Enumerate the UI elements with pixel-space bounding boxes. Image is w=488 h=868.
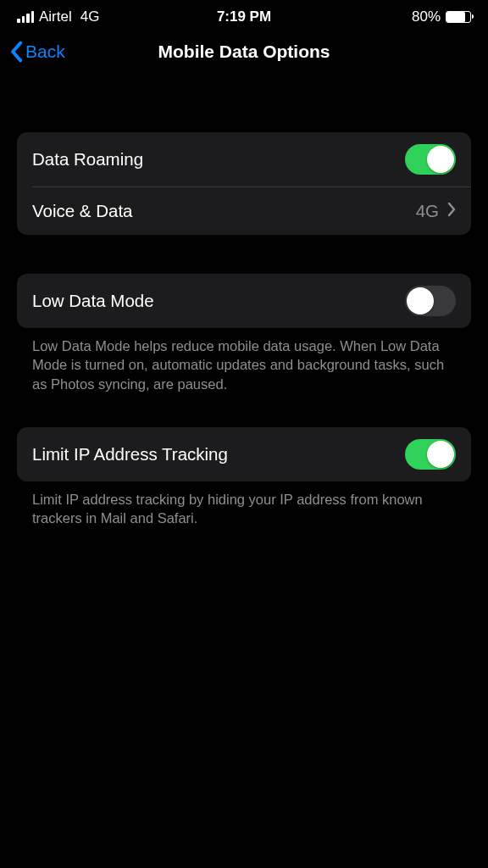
- status-bar: Airtel 4G 7:19 PM 80%: [0, 0, 488, 31]
- battery-icon: [446, 11, 471, 23]
- section-low-data: Low Data Mode: [17, 274, 471, 328]
- limit-ip-label: Limit IP Address Tracking: [32, 444, 228, 465]
- row-data-roaming: Data Roaming: [17, 132, 471, 186]
- status-left: Airtel 4G: [17, 8, 99, 25]
- content: Data Roaming Voice & Data 4G Low Data Mo…: [0, 132, 488, 527]
- back-label: Back: [25, 42, 65, 62]
- battery-percent-label: 80%: [412, 8, 441, 25]
- toggle-knob: [407, 287, 434, 314]
- toggle-knob: [427, 441, 454, 468]
- limit-ip-toggle[interactable]: [405, 439, 456, 470]
- data-roaming-toggle[interactable]: [405, 144, 456, 175]
- voice-data-label: Voice & Data: [32, 201, 133, 221]
- row-limit-ip: Limit IP Address Tracking: [17, 427, 471, 481]
- voice-data-value: 4G: [416, 201, 439, 221]
- chevron-left-icon: [8, 41, 24, 63]
- low-data-mode-footer: Low Data Mode helps reduce mobile data u…: [17, 328, 471, 393]
- row-low-data-mode: Low Data Mode: [17, 274, 471, 328]
- toggle-knob: [427, 146, 454, 173]
- carrier-label: Airtel: [39, 8, 72, 25]
- voice-data-value-group: 4G: [416, 201, 456, 221]
- limit-ip-footer: Limit IP address tracking by hiding your…: [17, 481, 471, 528]
- section-limit-ip: Limit IP Address Tracking: [17, 427, 471, 481]
- status-right: 80%: [412, 8, 471, 25]
- page-title: Mobile Data Options: [158, 42, 330, 62]
- back-button[interactable]: Back: [8, 41, 65, 63]
- clock: 7:19 PM: [217, 8, 271, 25]
- battery-fill: [446, 12, 465, 22]
- low-data-mode-toggle[interactable]: [405, 286, 456, 316]
- signal-icon: [17, 11, 34, 23]
- chevron-right-icon: [447, 201, 456, 221]
- network-type-label: 4G: [80, 8, 100, 25]
- nav-header: Back Mobile Data Options: [0, 31, 488, 73]
- data-roaming-label: Data Roaming: [32, 149, 143, 170]
- row-voice-data[interactable]: Voice & Data 4G: [17, 187, 471, 235]
- low-data-mode-label: Low Data Mode: [32, 291, 154, 311]
- section-connectivity: Data Roaming Voice & Data 4G: [17, 132, 471, 235]
